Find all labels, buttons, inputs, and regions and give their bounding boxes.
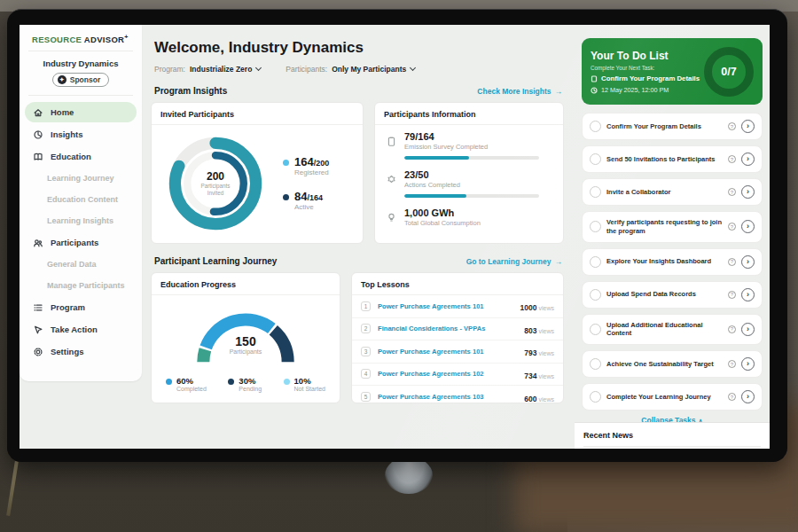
task-checkbox[interactable]	[590, 289, 601, 301]
lessons-list: 1 Power Purchase Agreements 101 1000view…	[352, 295, 563, 403]
legend-dot	[283, 160, 289, 166]
card-title: Top Lessons	[352, 273, 563, 295]
sidebar-item-label: General Data	[47, 260, 97, 269]
todo-due-date: 12 May 2025, 12:00 PM	[601, 86, 669, 94]
task-upload-educational-content[interactable]: Upload Additional Educational Content ? …	[582, 314, 763, 346]
check-more-insights-link[interactable]: Check More Insights →	[477, 87, 562, 96]
task-checkbox[interactable]	[590, 121, 601, 132]
info-icon[interactable]: ?	[728, 291, 736, 299]
clock-icon	[591, 87, 598, 94]
metric-value: 79/164	[404, 131, 539, 142]
top-lessons-card: Top Lessons 1 Power Purchase Agreements …	[351, 272, 564, 403]
lesson-link[interactable]: Financial Considerations - VPPAs	[378, 325, 517, 332]
info-icon[interactable]: ?	[728, 360, 736, 368]
info-icon[interactable]: ?	[728, 223, 736, 231]
chevron-right-button[interactable]: ›	[741, 120, 755, 133]
sidebar-item-home[interactable]: Home	[25, 102, 137, 122]
info-icon[interactable]: ?	[728, 393, 736, 401]
sidebar-item-learning-insights[interactable]: Learning Insights	[25, 211, 137, 231]
rank-badge: 4	[361, 369, 371, 379]
chevron-right-button[interactable]: ›	[741, 255, 755, 269]
sidebar-item-general-data[interactable]: General Data	[25, 254, 137, 274]
rank-badge: 3	[361, 347, 371, 356]
logo-resource: RESOURCE	[32, 35, 82, 44]
info-icon[interactable]: ?	[728, 188, 736, 196]
task-checkbox[interactable]	[590, 324, 601, 335]
rank-badge: 5	[361, 392, 371, 402]
sidebar-item-label: Program	[51, 302, 85, 312]
sidebar-item-education-content[interactable]: Education Content	[25, 190, 137, 209]
sidebar-item-insights[interactable]: Insights	[25, 124, 137, 145]
chevron-right-button[interactable]: ›	[741, 220, 755, 233]
chevron-right-button[interactable]: ›	[741, 323, 755, 336]
lesson-row: 5 Power Purchase Agreements 103 600views	[352, 386, 563, 403]
gauge-center-value: 150	[152, 334, 340, 348]
lesson-link[interactable]: Power Purchase Agreements 103	[378, 393, 517, 401]
chevron-down-icon	[255, 65, 262, 71]
lesson-row: 1 Power Purchase Agreements 101 1000view…	[352, 295, 563, 318]
legend-dot	[284, 379, 290, 385]
metric-value: 23/50	[404, 169, 539, 180]
chevron-right-button[interactable]: ›	[741, 390, 755, 403]
task-checkbox[interactable]	[590, 186, 601, 198]
sidebar-item-manage-participants[interactable]: Manage Participants	[25, 276, 137, 295]
legend-registered: 164/200 Registered	[283, 156, 329, 176]
legend-pending: 30% Pending	[228, 377, 262, 392]
participants-value: Only My Participants	[332, 65, 406, 74]
sidebar-item-label: Insights	[51, 129, 82, 139]
chevron-right-button[interactable]: ›	[741, 288, 755, 301]
task-complete-learning-journey[interactable]: Complete Your Learning Journey ? ›	[582, 383, 763, 411]
gear-icon	[33, 347, 43, 357]
participants-information-card: Participants Information 79/164 Emission…	[374, 102, 564, 244]
program-dropdown[interactable]: Program: Industrialize Zero	[154, 65, 261, 74]
lesson-link[interactable]: Power Purchase Agreements 102	[378, 370, 517, 378]
sidebar-item-participants[interactable]: Participants	[25, 232, 137, 253]
legend-dot	[283, 194, 289, 200]
task-achieve-sustainability-target[interactable]: Achieve One Sustainability Target ? ›	[582, 350, 763, 378]
task-checkbox[interactable]	[590, 221, 601, 232]
lesson-row: 2 Financial Considerations - VPPAs 803vi…	[352, 318, 563, 341]
program-label: Program:	[154, 65, 185, 74]
task-send-invitations[interactable]: Send 50 Invitations to Participants ? ›	[582, 145, 763, 173]
task-checkbox[interactable]	[590, 153, 601, 165]
task-verify-participants[interactable]: Verify participants requesting to join t…	[582, 211, 763, 243]
lesson-link[interactable]: Power Purchase Agreements 101	[378, 302, 513, 310]
task-checkbox[interactable]	[590, 358, 601, 370]
learning-journey-header: Participant Learning Journey Go to Learn…	[154, 256, 562, 266]
task-checkbox[interactable]	[590, 391, 601, 403]
book-icon	[33, 152, 43, 162]
info-icon[interactable]: ?	[728, 258, 736, 266]
task-upload-spend-data[interactable]: Upload Spend Data Records ? ›	[582, 281, 763, 309]
filter-bar: Program: Industrialize Zero Participants…	[154, 65, 575, 74]
task-explore-insights[interactable]: Explore Your Insights Dashboard ? ›	[582, 248, 763, 276]
sidebar-item-learning-journey[interactable]: Learning Journey	[25, 168, 137, 188]
sidebar-item-program[interactable]: Program	[25, 297, 137, 317]
sidebar-item-label: Education	[51, 152, 91, 161]
sidebar-item-settings[interactable]: Settings	[25, 341, 137, 362]
sponsor-icon: ✦	[58, 75, 66, 84]
lesson-link[interactable]: Power Purchase Agreements 101	[378, 348, 517, 356]
info-icon[interactable]: ?	[728, 122, 736, 130]
survey-icon	[386, 136, 397, 147]
legend-dot	[166, 379, 172, 385]
info-icon[interactable]: ?	[728, 325, 736, 333]
sidebar-item-education[interactable]: Education	[25, 146, 137, 167]
sidebar-item-take-action[interactable]: Take Action	[25, 319, 137, 340]
card-title: Participants Information	[375, 103, 563, 125]
sidebar-nav: Home Insights Education Learning Journey	[20, 102, 142, 362]
progress-bar	[404, 194, 539, 198]
todo-panel: Your To Do List Complete Your Next Task:…	[575, 25, 770, 449]
info-icon[interactable]: ?	[728, 155, 736, 163]
task-confirm-program-details[interactable]: Confirm Your Program Details ? ›	[582, 113, 763, 140]
metric-label: Emission Survey Completed	[404, 143, 539, 151]
chevron-down-icon	[410, 65, 416, 71]
task-invite-collaborator[interactable]: Invite a Collaborator ? ›	[582, 178, 763, 206]
chevron-right-button[interactable]: ›	[741, 357, 755, 371]
chevron-right-button[interactable]: ›	[741, 153, 755, 166]
chevron-right-button[interactable]: ›	[741, 185, 755, 199]
organization-name: Industry Dynamics	[23, 59, 138, 68]
go-to-learning-journey-link[interactable]: Go to Learning Journey →	[466, 257, 562, 266]
legend-completed: 60% Completed	[166, 377, 207, 392]
task-checkbox[interactable]	[590, 256, 601, 268]
participants-dropdown[interactable]: Participants: Only My Participants	[286, 65, 415, 74]
